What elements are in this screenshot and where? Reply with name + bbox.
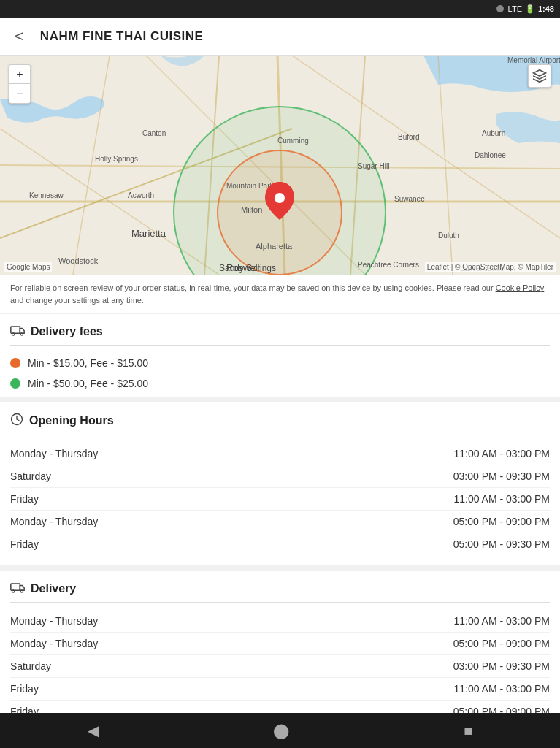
layers-icon (532, 69, 547, 83)
svg-point-43 (20, 590, 23, 592)
delivery-row-2: Monday - Thursday 05:00 PM - 09:00 PM (10, 633, 550, 655)
content-area: For reliable on screen review of your or… (0, 275, 560, 733)
svg-text:Acworth: Acworth (128, 191, 154, 199)
svg-text:Memorial Airport: Memorial Airport (507, 56, 560, 64)
svg-text:Dahlonee: Dahlonee (475, 151, 506, 159)
divider-2 (0, 565, 560, 571)
nav-home-button[interactable]: ⬤ (258, 716, 304, 745)
delivery-title: Delivery (31, 582, 76, 595)
cookie-policy-link[interactable]: Cookie Policy (496, 283, 545, 292)
svg-point-36 (275, 193, 285, 203)
fee-label-orange: Min - $15.00, Fee - $15.00 (28, 357, 148, 369)
hours-day-1: Monday - Thursday (10, 448, 98, 459)
delivery-row-1: Monday - Thursday 11:00 AM - 03:00 PM (10, 610, 550, 633)
svg-text:Cumming: Cumming (277, 137, 309, 145)
svg-text:Kennesaw: Kennesaw (29, 191, 64, 199)
clock: 1:48 (538, 4, 554, 13)
opening-hours-section: Opening Hours Monday - Thursday 11:00 AM… (0, 402, 560, 565)
hours-day-2: Saturday (10, 470, 51, 482)
header: < NAHM FINE THAI CUISINE (0, 18, 560, 56)
layer-button[interactable] (528, 64, 551, 88)
delivery-section: Delivery Monday - Thursday 11:00 AM - 03… (0, 571, 560, 733)
svg-text:Suwanee: Suwanee (394, 195, 425, 203)
zoom-in-button[interactable]: + (9, 65, 30, 84)
hours-day-5: Friday (10, 538, 39, 550)
delivery-hours-table: Monday - Thursday 11:00 AM - 03:00 PM Mo… (10, 610, 550, 730)
delivery-day-2: Monday - Thursday (10, 638, 98, 649)
svg-text:Milton: Milton (241, 205, 262, 214)
hours-time-3: 11:00 AM - 03:00 PM (453, 493, 550, 505)
nav-square-button[interactable]: ■ (449, 717, 487, 745)
svg-text:Duluth: Duluth (438, 232, 459, 240)
status-bar: LTE 🔋 1:48 (0, 0, 560, 18)
delivery-time-1: 11:00 AM - 03:00 PM (453, 615, 550, 627)
hours-row-3: Friday 11:00 AM - 03:00 PM (10, 488, 550, 511)
hours-day-4: Monday - Thursday (10, 516, 98, 527)
svg-text:Roswell: Roswell (226, 262, 260, 273)
svg-rect-37 (11, 327, 20, 333)
fee-row-orange: Min - $15.00, Fee - $15.00 (10, 353, 550, 373)
opening-hours-title: Opening Hours (29, 414, 114, 427)
hours-time-5: 05:00 PM - 09:30 PM (453, 538, 550, 550)
lte-icon: LTE (508, 4, 522, 13)
delivery-time-4: 11:00 AM - 03:00 PM (453, 683, 550, 695)
zoom-out-button[interactable]: − (9, 84, 30, 103)
delivery-row-4: Friday 11:00 AM - 03:00 PM (10, 678, 550, 701)
hours-time-2: 03:00 PM - 09:30 PM (453, 470, 550, 482)
svg-text:Canton: Canton (142, 129, 166, 137)
delivery-day-1: Monday - Thursday (10, 615, 98, 627)
opening-hours-icon (10, 413, 23, 429)
truck-icon (10, 324, 25, 336)
cookie-notice: For reliable on screen review of your or… (0, 275, 560, 314)
cookie-text: For reliable on screen review of your or… (10, 283, 494, 292)
delivery-fees-icon (10, 324, 25, 339)
svg-point-38 (12, 333, 15, 335)
delivery-fees-title: Delivery fees (31, 325, 103, 338)
zoom-controls: + − (9, 64, 31, 104)
delivery-row-3: Saturday 03:00 PM - 09:30 PM (10, 655, 550, 678)
map-attribution-right: Leaflet | © OpenStreetMap, © MapTiler (425, 262, 556, 272)
divider-1 (0, 397, 560, 402)
hours-time-4: 05:00 PM - 09:00 PM (453, 516, 550, 527)
svg-point-42 (12, 590, 15, 592)
battery-icon: 🔋 (525, 4, 535, 14)
delivery-day-3: Saturday (10, 660, 51, 672)
hours-time-1: 11:00 AM - 03:00 PM (453, 448, 550, 459)
hours-row-5: Friday 05:00 PM - 09:30 PM (10, 533, 550, 555)
svg-text:Johns Creek: Johns Creek (303, 274, 353, 275)
svg-text:Sugar Hill: Sugar Hill (358, 162, 389, 170)
delivery-time-2: 05:00 PM - 09:00 PM (453, 638, 550, 649)
back-button[interactable]: < (9, 24, 30, 49)
status-icons: LTE 🔋 1:48 (508, 4, 554, 14)
delivery-fees-header: Delivery fees (10, 324, 550, 346)
delivery-time-3: 03:00 PM - 09:30 PM (453, 660, 550, 672)
delivery-truck-icon (10, 581, 25, 593)
bottom-nav: ◀ ⬤ ■ (0, 713, 560, 748)
main-scroll: Marietta Sandy Springs Johns Creek Roswe… (0, 56, 560, 748)
svg-text:Auburn: Auburn (482, 129, 505, 137)
svg-text:Peachtree Corners: Peachtree Corners (358, 261, 419, 269)
status-circle (496, 5, 504, 12)
svg-text:Mountain Park: Mountain Park (226, 182, 274, 190)
svg-text:Holly Springs: Holly Springs (95, 155, 138, 163)
svg-text:Marietta: Marietta (131, 228, 166, 239)
fee-dot-green (10, 378, 20, 389)
hours-row-1: Monday - Thursday 11:00 AM - 03:00 PM (10, 443, 550, 465)
opening-hours-table: Monday - Thursday 11:00 AM - 03:00 PM Sa… (10, 443, 550, 562)
delivery-header: Delivery (10, 581, 550, 603)
map-container: Marietta Sandy Springs Johns Creek Roswe… (0, 56, 560, 275)
svg-point-39 (20, 333, 23, 335)
delivery-section-icon (10, 581, 25, 596)
fee-label-green: Min - $50.00, Fee - $25.00 (28, 378, 148, 389)
svg-text:Alpharetta: Alpharetta (256, 242, 293, 251)
svg-rect-41 (11, 584, 20, 590)
fee-dot-orange (10, 358, 20, 368)
map-svg: Marietta Sandy Springs Johns Creek Roswe… (0, 56, 560, 275)
nav-back-button[interactable]: ◀ (73, 716, 113, 745)
cookie-text2: and change your settings at any time. (10, 296, 144, 305)
hours-row-2: Saturday 03:00 PM - 09:30 PM (10, 465, 550, 488)
map-attribution-left: Google Maps (4, 262, 52, 272)
fee-row-green: Min - $50.00, Fee - $25.00 (10, 373, 550, 394)
hours-row-4: Monday - Thursday 05:00 PM - 09:00 PM (10, 511, 550, 533)
page-title: NAHM FINE THAI CUISINE (40, 29, 204, 44)
